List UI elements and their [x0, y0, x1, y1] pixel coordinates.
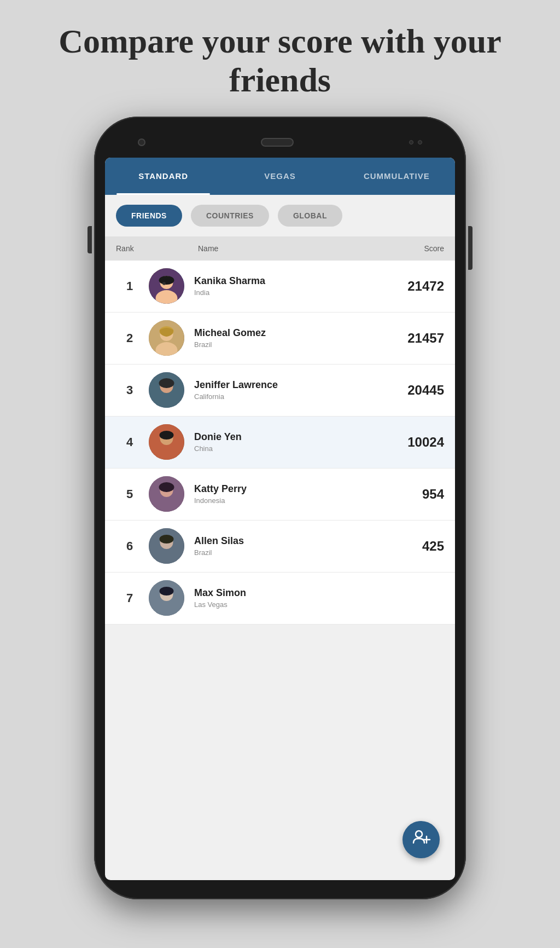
user-country: California — [194, 392, 384, 401]
svg-point-4 — [162, 282, 166, 285]
svg-point-28 — [160, 587, 174, 596]
sensors-group — [409, 140, 422, 144]
user-name: Jeniffer Lawrence — [194, 379, 384, 391]
filter-section: FRIENDS COUNTRIES GLOBAL — [105, 195, 455, 236]
user-country: India — [194, 288, 384, 297]
avatar — [149, 268, 184, 304]
table-row: 7 Max Simon Las Vegas — [105, 573, 455, 625]
user-country: Las Vegas — [194, 600, 384, 609]
add-friend-icon — [411, 828, 431, 851]
user-info: Donie Yen China — [194, 431, 384, 453]
svg-point-12 — [159, 378, 174, 388]
sensor-dot-2 — [418, 140, 422, 144]
avatar — [149, 528, 184, 564]
volume-button — [88, 226, 92, 253]
user-score: 425 — [384, 539, 444, 554]
page-title: Compare your score with your friends — [0, 0, 560, 117]
table-header: Rank Name Score — [105, 236, 455, 261]
tab-vegas[interactable]: VEGAS — [221, 158, 338, 195]
tab-standard[interactable]: STANDARD — [105, 158, 221, 195]
user-name: Max Simon — [194, 587, 384, 599]
svg-point-20 — [159, 482, 174, 492]
rank-number: 7 — [116, 591, 143, 605]
user-name: Katty Perry — [194, 483, 384, 495]
avatar — [149, 580, 184, 616]
svg-point-29 — [416, 831, 422, 837]
user-score: 21472 — [384, 279, 444, 294]
tab-cummulative[interactable]: CUMMULATIVE — [339, 158, 455, 195]
rank-number: 3 — [116, 383, 143, 397]
table-row: 4 Donie Yen China 10024 — [105, 417, 455, 469]
filter-friends-button[interactable]: FRIENDS — [116, 205, 182, 227]
table-row: 5 Katty Perry Indonesia 954 — [105, 469, 455, 521]
earpiece-speaker — [261, 138, 294, 147]
user-score: 21457 — [384, 331, 444, 346]
user-name: Kanika Sharma — [194, 275, 384, 287]
header-score: Score — [389, 244, 444, 253]
user-score: 20445 — [384, 383, 444, 398]
user-country: Indonesia — [194, 496, 384, 505]
phone-screen: STANDARD VEGAS CUMMULATIVE FRIENDS COUNT… — [105, 158, 455, 880]
user-info: Allen Silas Brazil — [194, 535, 384, 557]
table-row: 1 Kanika Sharma India 21472 — [105, 261, 455, 313]
rank-number: 4 — [116, 435, 143, 449]
filter-global-button[interactable]: GLOBAL — [278, 205, 342, 227]
phone-device: STANDARD VEGAS CUMMULATIVE FRIENDS COUNT… — [94, 117, 466, 899]
user-country: Brazil — [194, 548, 384, 557]
table-row: 3 Jeniffer Lawrence California 20445 — [105, 365, 455, 417]
phone-top-bar — [105, 128, 455, 158]
user-score: 954 — [384, 487, 444, 502]
avatar — [149, 476, 184, 512]
table-row: 6 Allen Silas Brazil 425 — [105, 521, 455, 573]
header-name: Name — [160, 244, 389, 253]
user-info: Jeniffer Lawrence California — [194, 379, 384, 401]
tab-bar: STANDARD VEGAS CUMMULATIVE — [105, 158, 455, 195]
front-camera — [138, 138, 145, 146]
header-rank: Rank — [116, 244, 160, 253]
user-name: Micheal Gomez — [194, 327, 384, 339]
filter-countries-button[interactable]: COUNTRIES — [191, 205, 269, 227]
svg-point-16 — [160, 431, 174, 440]
user-country: China — [194, 444, 384, 453]
user-country: Brazil — [194, 340, 384, 349]
sensor-dot-1 — [409, 140, 413, 144]
avatar — [149, 372, 184, 408]
add-friend-fab-button[interactable] — [402, 821, 440, 858]
rank-number: 2 — [116, 331, 143, 345]
user-score: 10024 — [384, 435, 444, 450]
user-name: Donie Yen — [194, 431, 384, 443]
user-name: Allen Silas — [194, 535, 384, 547]
user-info: Micheal Gomez Brazil — [194, 327, 384, 349]
avatar — [149, 424, 184, 460]
table-row: 2 Micheal Gomez Brazil 21457 — [105, 313, 455, 365]
rank-number: 6 — [116, 539, 143, 553]
user-info: Kanika Sharma India — [194, 275, 384, 297]
user-info: Max Simon Las Vegas — [194, 587, 384, 609]
svg-point-24 — [160, 535, 174, 544]
power-button — [468, 226, 472, 270]
rank-number: 5 — [116, 487, 143, 501]
leaderboard-list: 1 Kanika Sharma India 21472 — [105, 261, 455, 625]
rank-number: 1 — [116, 279, 143, 293]
user-info: Katty Perry Indonesia — [194, 483, 384, 505]
avatar — [149, 320, 184, 356]
